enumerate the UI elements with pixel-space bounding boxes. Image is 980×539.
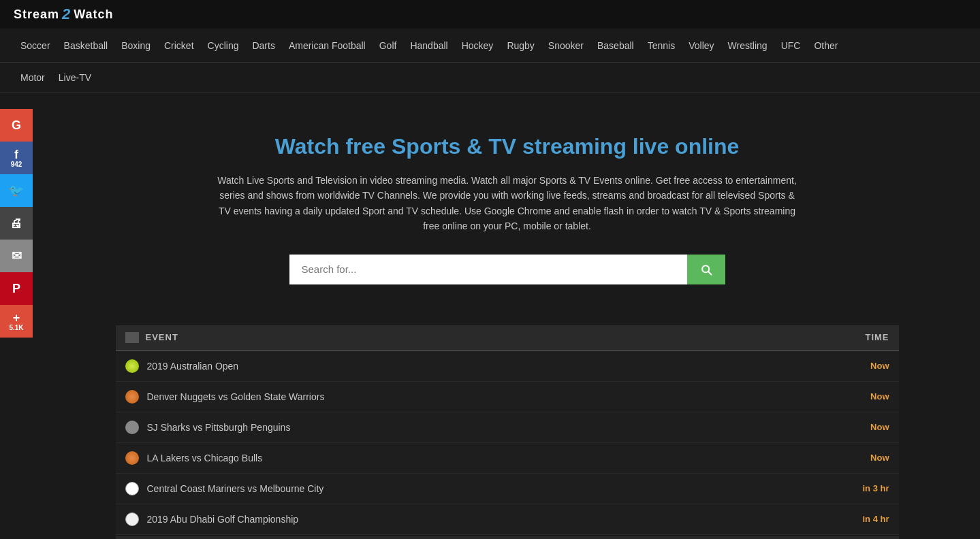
hero-section: Watch free Sports & TV streaming live on… [48,107,966,305]
event-left: LA Lakers vs Chicago Bulls [125,451,263,465]
nav-item-rugby[interactable]: Rugby [500,31,541,61]
twitter-icon: 🐦 [9,184,24,197]
social-facebook[interactable]: f 942 [0,142,33,174]
hero-description: Watch Live Sports and Television in vide… [215,173,800,234]
facebook-icon: f [14,148,18,161]
event-left: SJ Sharks vs Pittsburgh Penguins [125,421,291,434]
event-left: 2019 Australian Open [125,359,239,373]
site-logo[interactable]: Stream 2 Watch [14,5,114,23]
table-row[interactable]: 2019 Australian Open Now [116,351,899,382]
main-content: Watch free Sports & TV streaming live on… [34,93,980,539]
event-name[interactable]: 2019 Abu Dhabi Golf Championship [147,514,299,525]
nav-item-boxing[interactable]: Boxing [114,31,157,61]
event-name[interactable]: SJ Sharks vs Pittsburgh Penguins [147,422,291,433]
table-row[interactable]: Denver Nuggets vs Golden State Warriors … [116,382,899,412]
nav-item-snooker[interactable]: Snooker [541,31,590,61]
search-bar [289,255,725,284]
top-bar: Stream 2 Watch [0,0,980,29]
table-row[interactable]: LA Lakers vs Chicago Bulls Now [116,443,899,474]
logo-stream-text: Stream [14,7,59,22]
time-col-header: TIME [865,332,889,342]
nav-item-baseball[interactable]: Baseball [590,31,641,61]
pinterest-icon: P [12,282,20,295]
event-sport-icon [125,482,139,495]
plus-icon: + [13,312,20,324]
nav-item-american-football[interactable]: American Football [282,31,373,61]
search-icon [699,263,713,276]
social-print[interactable]: 🖨 [0,207,33,240]
event-name[interactable]: 2019 Australian Open [147,361,239,372]
logo-icon: 2 [62,5,71,23]
google-icon: G [12,119,21,131]
secondary-nav: MotorLive-TV [0,63,980,93]
email-icon: ✉ [12,250,22,262]
nav-item-darts[interactable]: Darts [245,31,281,61]
event-left: 2019 Abu Dhabi Golf Championship [125,512,299,526]
table-row[interactable]: Central Coast Mariners vs Melbourne City… [116,474,899,504]
nav-item-cycling[interactable]: Cycling [201,31,246,61]
social-sidebar: G f 942 🐦 🖨 ✉ P + 5.1K [0,109,33,338]
event-col-label: EVENT [146,332,178,342]
event-sport-icon [125,421,139,434]
event-time: Now [870,422,889,432]
event-time: in 3 hr [862,483,889,493]
event-time: Now [870,453,889,463]
event-sport-icon [125,512,139,526]
social-google[interactable]: G [0,109,33,142]
nav-item-hockey[interactable]: Hockey [455,31,501,61]
event-name[interactable]: Denver Nuggets vs Golden State Warriors [147,391,325,402]
facebook-count: 942 [11,161,22,168]
events-list: 2019 Australian Open Now Denver Nuggets … [116,351,899,535]
nav-item-golf[interactable]: Golf [373,31,404,61]
nav-item-volley[interactable]: Volley [682,31,721,61]
social-twitter[interactable]: 🐦 [0,174,33,207]
search-input[interactable] [289,255,687,284]
event-sport-icon [125,451,139,465]
logo-watch-text: Watch [74,7,113,22]
nav-item-handball[interactable]: Handball [403,31,454,61]
nav-item-motor[interactable]: Motor [14,63,52,93]
print-icon: 🖨 [10,217,22,229]
events-section: EVENT TIME 2019 Australian Open Now Denv… [116,325,899,539]
nav-item-other[interactable]: Other [807,31,844,61]
event-sport-icon [125,390,139,404]
social-pinterest[interactable]: P [0,272,33,305]
primary-nav: SoccerBasketballBoxingCricketCyclingDart… [0,29,980,63]
nav-item-live-tv[interactable]: Live-TV [52,63,98,93]
nav-item-tennis[interactable]: Tennis [641,31,682,61]
event-sport-icon [125,359,139,373]
plus-count: 5.1K [9,324,23,331]
event-col-header: EVENT [125,332,178,343]
event-left: Denver Nuggets vs Golden State Warriors [125,390,325,404]
image-icon [125,332,139,343]
show-more-button[interactable]: Show events starting after 72 Hours [116,536,899,539]
social-plus[interactable]: + 5.1K [0,305,33,338]
search-button[interactable] [687,255,725,284]
hero-title: Watch free Sports & TV streaming live on… [61,134,953,159]
event-name[interactable]: Central Coast Mariners vs Melbourne City [147,483,324,494]
nav-item-basketball[interactable]: Basketball [57,31,115,61]
nav-item-wrestling[interactable]: Wrestling [721,31,774,61]
nav-item-ufc[interactable]: UFC [774,31,808,61]
event-time: Now [870,361,889,371]
event-name[interactable]: LA Lakers vs Chicago Bulls [147,453,263,463]
table-row[interactable]: SJ Sharks vs Pittsburgh Penguins Now [116,412,899,443]
event-time: in 4 hr [862,514,889,524]
social-email[interactable]: ✉ [0,240,33,272]
table-row[interactable]: 2019 Abu Dhabi Golf Championship in 4 hr [116,504,899,535]
event-left: Central Coast Mariners vs Melbourne City [125,482,324,495]
nav-item-cricket[interactable]: Cricket [157,31,201,61]
event-time: Now [870,391,889,402]
events-table-header: EVENT TIME [116,325,899,351]
nav-item-soccer[interactable]: Soccer [14,31,57,61]
